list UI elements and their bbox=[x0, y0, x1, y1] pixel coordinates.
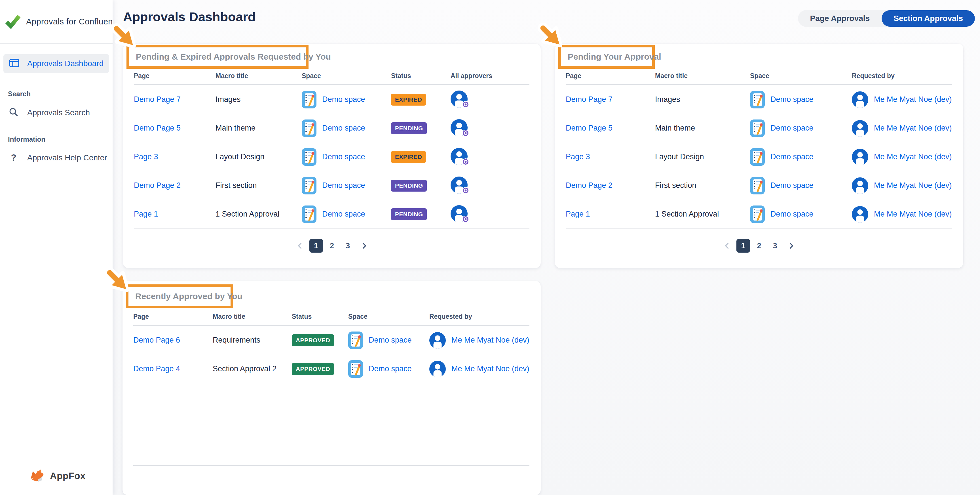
space-link[interactable]: Demo space bbox=[322, 181, 365, 190]
page-link[interactable]: Demo Page 5 bbox=[566, 124, 612, 132]
page-link[interactable]: Demo Page 4 bbox=[133, 364, 180, 373]
space-icon bbox=[302, 91, 317, 109]
checkmark-logo-icon bbox=[5, 14, 21, 30]
approver-avatar-icon[interactable] bbox=[450, 205, 468, 222]
column-header-requested-by: Requested by bbox=[852, 72, 952, 80]
space-link[interactable]: Demo space bbox=[770, 124, 813, 133]
user-avatar-icon bbox=[429, 332, 446, 348]
page-approvals-button[interactable]: Page Approvals bbox=[798, 10, 882, 27]
page-link[interactable]: Demo Page 2 bbox=[566, 181, 612, 190]
requested-by-link[interactable]: Me Me Myat Noe (dev) bbox=[874, 181, 952, 190]
approver-avatar-icon[interactable] bbox=[450, 119, 468, 136]
status-badge: EXPIRED bbox=[391, 94, 426, 105]
space-link[interactable]: Demo space bbox=[770, 95, 813, 104]
space-link[interactable]: Demo space bbox=[369, 364, 412, 373]
sidebar-item-approvals-search[interactable]: Approvals Search bbox=[0, 107, 113, 118]
space-link[interactable]: Demo space bbox=[322, 152, 365, 161]
page-link[interactable]: Demo Page 7 bbox=[134, 95, 181, 104]
search-icon bbox=[8, 107, 19, 118]
space-icon bbox=[302, 177, 317, 195]
approver-pending-badge-icon bbox=[462, 129, 469, 137]
page-link[interactable]: Page 1 bbox=[134, 210, 158, 218]
user-avatar-icon bbox=[852, 149, 868, 165]
column-header-page: Page bbox=[134, 72, 215, 80]
annotation-box: Recently Approved by You bbox=[126, 284, 233, 308]
main-content: Approvals Dashboard Page Approvals Secti… bbox=[113, 0, 980, 495]
page-title: Approvals Dashboard bbox=[123, 10, 256, 24]
sidebar: Approvals for Confluence Approvals Dashb… bbox=[0, 0, 113, 495]
space-link[interactable]: Demo space bbox=[322, 95, 365, 104]
user-avatar-icon bbox=[852, 177, 868, 194]
space-icon bbox=[302, 120, 317, 137]
column-header-space: Space bbox=[302, 72, 391, 80]
page-number-1[interactable]: 1 bbox=[737, 239, 750, 252]
table-row: Demo Page 2 First section Demo space PEN… bbox=[134, 171, 530, 200]
table-row: Page 3 Layout Design Demo space EXPIRED bbox=[134, 142, 530, 171]
appfox-brand-text: AppFox bbox=[50, 471, 86, 481]
page-link[interactable]: Demo Page 6 bbox=[133, 336, 180, 344]
requested-by-link[interactable]: Me Me Myat Noe (dev) bbox=[874, 210, 952, 219]
app-logo: Approvals for Confluence bbox=[0, 0, 113, 44]
space-icon bbox=[750, 206, 765, 223]
page-number-2[interactable]: 2 bbox=[325, 239, 339, 252]
table-row: Demo Page 2 First section Demo space Me … bbox=[566, 171, 952, 200]
page-number-2[interactable]: 2 bbox=[752, 239, 766, 252]
page-number-3[interactable]: 3 bbox=[341, 239, 355, 252]
prev-page-button[interactable] bbox=[721, 239, 734, 252]
space-link[interactable]: Demo space bbox=[322, 210, 365, 219]
requested-by-link[interactable]: Me Me Myat Noe (dev) bbox=[874, 124, 952, 133]
macro-title: 1 Section Approval bbox=[655, 210, 750, 219]
table-header: Page Macro title Space Requested by bbox=[566, 72, 952, 85]
approver-avatar-icon[interactable] bbox=[450, 177, 468, 193]
user-avatar-icon bbox=[852, 120, 868, 137]
page-number-1[interactable]: 1 bbox=[309, 239, 323, 252]
macro-title: Section Approval 2 bbox=[213, 364, 292, 373]
requested-by-link[interactable]: Me Me Myat Noe (dev) bbox=[874, 95, 952, 104]
card-title: Recently Approved by You bbox=[135, 292, 242, 301]
next-page-button[interactable] bbox=[357, 239, 371, 252]
status-badge: APPROVED bbox=[292, 363, 334, 375]
card-pending-expired-requested-by-you: Pending & Expired Approvals Requested by… bbox=[123, 44, 541, 268]
requested-by-link[interactable]: Me Me Myat Noe (dev) bbox=[452, 336, 530, 345]
sidebar-item-label: Approvals Search bbox=[27, 108, 90, 117]
card-recently-approved-by-you: Recently Approved by You Page Macro titl… bbox=[123, 281, 541, 495]
page-link[interactable]: Page 3 bbox=[566, 152, 590, 161]
table-row: Demo Page 4 Section Approval 2 APPROVED … bbox=[133, 354, 530, 383]
status-badge: EXPIRED bbox=[391, 151, 426, 163]
section-approvals-button[interactable]: Section Approvals bbox=[881, 10, 975, 27]
fox-logo-icon bbox=[29, 468, 47, 484]
table-row: Demo Page 6 Requirements APPROVED Demo s… bbox=[133, 326, 530, 354]
appfox-branding: AppFox bbox=[29, 468, 86, 484]
page-link[interactable]: Demo Page 5 bbox=[134, 124, 181, 132]
space-link[interactable]: Demo space bbox=[770, 181, 813, 190]
help-icon: ? bbox=[8, 152, 19, 163]
annotation-box: Pending & Expired Approvals Requested by… bbox=[126, 45, 309, 69]
approver-avatar-icon[interactable] bbox=[450, 148, 468, 165]
space-link[interactable]: Demo space bbox=[322, 124, 365, 133]
space-icon bbox=[302, 206, 317, 223]
column-header-macro-title: Macro title bbox=[655, 72, 750, 80]
approver-avatar-icon[interactable] bbox=[450, 91, 468, 108]
column-header-space: Space bbox=[348, 313, 429, 321]
status-badge: PENDING bbox=[391, 180, 427, 192]
sidebar-section-information: Information bbox=[0, 136, 113, 143]
requested-by-link[interactable]: Me Me Myat Noe (dev) bbox=[874, 152, 952, 161]
page-link[interactable]: Demo Page 2 bbox=[134, 181, 181, 190]
page-number-3[interactable]: 3 bbox=[768, 239, 782, 252]
page-link[interactable]: Page 3 bbox=[134, 152, 158, 161]
table-header: Page Macro title Status Space Requested … bbox=[133, 313, 530, 326]
page-link[interactable]: Demo Page 7 bbox=[566, 95, 612, 104]
status-badge: APPROVED bbox=[292, 334, 334, 346]
requested-by-link[interactable]: Me Me Myat Noe (dev) bbox=[452, 364, 530, 373]
sidebar-item-approvals-dashboard[interactable]: Approvals Dashboard bbox=[3, 54, 109, 73]
next-page-button[interactable] bbox=[784, 239, 798, 252]
space-icon bbox=[302, 148, 317, 166]
page-link[interactable]: Page 1 bbox=[566, 210, 590, 218]
approver-pending-badge-icon bbox=[462, 101, 469, 108]
space-link[interactable]: Demo space bbox=[770, 210, 813, 219]
dashboard-icon bbox=[9, 59, 19, 69]
prev-page-button[interactable] bbox=[293, 239, 307, 252]
space-link[interactable]: Demo space bbox=[770, 152, 813, 161]
space-link[interactable]: Demo space bbox=[369, 336, 412, 345]
sidebar-item-approvals-help-center[interactable]: ? Approvals Help Center bbox=[0, 152, 113, 163]
